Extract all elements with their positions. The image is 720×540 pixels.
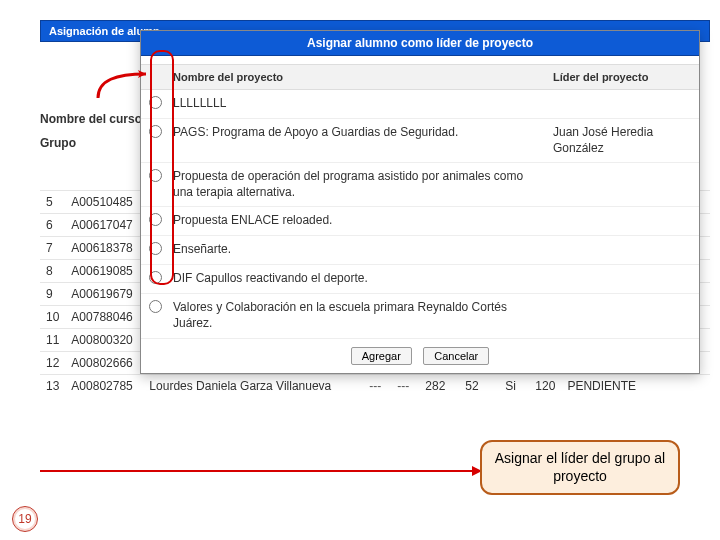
row-status: PENDIENTE [561, 375, 710, 398]
row-index: 8 [40, 260, 65, 283]
project-leader [549, 90, 699, 118]
row-val: 120 [529, 375, 561, 398]
row-matricula: A00800320 [65, 329, 143, 352]
project-name: DIF Capullos reactivando el deporte. [169, 265, 549, 293]
project-name: PAGS: Programa de Apoyo a Guardias de Se… [169, 119, 549, 162]
row-name: Lourdes Daniela Garza Villanueva [143, 375, 363, 398]
project-row: Enseñarte. [141, 236, 699, 265]
row-matricula: A00510485 [65, 191, 143, 214]
project-row: Propuesta ENLACE reloaded. [141, 207, 699, 236]
project-list: LLLLLLLLPAGS: Programa de Apoyo a Guardi… [141, 90, 699, 339]
row-index: 13 [40, 375, 65, 398]
row-matricula: A00617047 [65, 214, 143, 237]
project-name: Propuesta de operación del programa asis… [169, 163, 549, 206]
project-name: LLLLLLLL [169, 90, 549, 118]
col-header-leader: Líder del proyecto [549, 65, 699, 89]
row-matricula: A00788046 [65, 306, 143, 329]
row-n2: 52 [459, 375, 499, 398]
project-leader [549, 163, 699, 206]
project-leader [549, 265, 699, 293]
row-matricula: A00802666 [65, 352, 143, 375]
col-header-project: Nombre del proyecto [169, 65, 549, 89]
project-radio[interactable] [149, 96, 162, 109]
project-leader [549, 236, 699, 264]
project-row: Propuesta de operación del programa asis… [141, 163, 699, 207]
project-radio[interactable] [149, 271, 162, 284]
row-index: 6 [40, 214, 65, 237]
project-radio[interactable] [149, 125, 162, 138]
dialog-column-headers: Nombre del proyecto Líder del proyecto [141, 64, 699, 90]
row-index: 12 [40, 352, 65, 375]
project-radio[interactable] [149, 213, 162, 226]
row-dash1: --- [363, 375, 391, 398]
assign-leader-dialog: Asignar alumno como líder de proyecto No… [140, 30, 700, 374]
slide-number-badge: 19 [12, 506, 38, 532]
dialog-title: Asignar alumno como líder de proyecto [141, 31, 699, 56]
table-row: 13A00802785Lourdes Daniela Garza Villanu… [40, 375, 710, 398]
row-dash2: --- [391, 375, 419, 398]
row-n1: 282 [419, 375, 459, 398]
row-index: 7 [40, 237, 65, 260]
project-radio[interactable] [149, 169, 162, 182]
row-matricula: A00618378 [65, 237, 143, 260]
row-index: 10 [40, 306, 65, 329]
project-leader [549, 207, 699, 235]
project-row: DIF Capullos reactivando el deporte. [141, 265, 699, 294]
row-matricula: A00619085 [65, 260, 143, 283]
project-radio[interactable] [149, 242, 162, 255]
project-name: Valores y Colaboración en la escuela pri… [169, 294, 549, 337]
project-name: Propuesta ENLACE reloaded. [169, 207, 549, 235]
row-matricula: A00802785 [65, 375, 143, 398]
project-row: PAGS: Programa de Apoyo a Guardias de Se… [141, 119, 699, 163]
project-leader: Juan José Heredia González [549, 119, 699, 162]
cancel-button[interactable]: Cancelar [423, 347, 489, 365]
project-row: LLLLLLLL [141, 90, 699, 119]
project-leader [549, 294, 699, 337]
row-si: Si [499, 375, 529, 398]
row-index: 11 [40, 329, 65, 352]
row-index: 5 [40, 191, 65, 214]
add-button[interactable]: Agregar [351, 347, 412, 365]
dialog-footer: Agregar Cancelar [141, 339, 699, 373]
project-row: Valores y Colaboración en la escuela pri… [141, 294, 699, 338]
row-index: 9 [40, 283, 65, 306]
row-matricula: A00619679 [65, 283, 143, 306]
instruction-callout: Asignar el líder del grupo al proyecto [480, 440, 680, 495]
project-radio[interactable] [149, 300, 162, 313]
project-name: Enseñarte. [169, 236, 549, 264]
